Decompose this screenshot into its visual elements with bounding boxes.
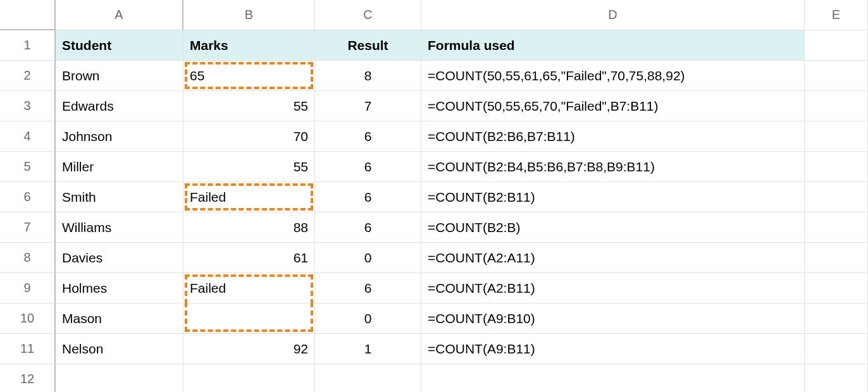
cell-A1[interactable]: Student [56,30,183,61]
cell-B7[interactable]: 88 [183,212,315,243]
cell-E5[interactable] [805,152,868,182]
cell-D7[interactable]: =COUNT(B2:B) [421,212,805,243]
cell-C5[interactable]: 6 [315,152,421,182]
cell-D5[interactable]: =COUNT(B2:B4,B5:B6,B7:B8,B9:B11) [421,152,805,182]
cell-A11[interactable]: Nelson [56,334,183,364]
row-header-3[interactable]: 3 [0,91,56,121]
cell-D9[interactable]: =COUNT(A2:B11) [421,273,805,303]
cell-C11[interactable]: 1 [315,334,421,364]
cell-A12[interactable] [56,364,183,392]
cell-B6[interactable]: Failed [183,182,315,212]
cell-E9[interactable] [805,273,868,303]
cell-E3[interactable] [805,91,868,121]
cell-C12[interactable] [315,364,421,392]
cell-A7[interactable]: Williams [56,212,183,243]
col-header-A[interactable]: A [56,0,183,30]
cell-B3[interactable]: 55 [183,91,315,121]
cell-A9[interactable]: Holmes [56,273,183,303]
cell-B9[interactable]: Failed [183,273,315,303]
cell-C4[interactable]: 6 [315,121,421,152]
cell-E1[interactable] [805,30,868,61]
cell-B11[interactable]: 92 [183,334,315,364]
cell-B12[interactable] [183,364,315,392]
cell-E2[interactable] [805,61,868,91]
cell-B8[interactable]: 61 [183,243,315,273]
col-header-C[interactable]: C [315,0,421,30]
cell-A3[interactable]: Edwards [56,91,183,121]
cell-E4[interactable] [805,121,868,152]
cell-A5[interactable]: Miller [56,152,183,182]
cell-B4[interactable]: 70 [183,121,315,152]
row-header-7[interactable]: 7 [0,212,56,243]
cell-D11[interactable]: =COUNT(A9:B11) [421,334,805,364]
cell-C2[interactable]: 8 [315,61,421,91]
col-header-E[interactable]: E [805,0,868,30]
cell-C1[interactable]: Result [315,30,421,61]
cell-B10[interactable] [183,303,315,334]
row-header-1[interactable]: 1 [0,30,56,61]
select-all-corner[interactable] [0,0,56,30]
cell-A10[interactable]: Mason [56,303,183,334]
cell-A4[interactable]: Johnson [56,121,183,152]
cell-A6[interactable]: Smith [56,182,183,212]
cell-E10[interactable] [805,303,868,334]
col-header-D[interactable]: D [421,0,805,30]
col-header-B[interactable]: B [183,0,315,30]
cell-D8[interactable]: =COUNT(A2:A11) [421,243,805,273]
cell-B5[interactable]: 55 [183,152,315,182]
row-header-4[interactable]: 4 [0,121,56,152]
cell-C3[interactable]: 7 [315,91,421,121]
cell-E7[interactable] [805,212,868,243]
row-header-11[interactable]: 11 [0,334,56,364]
cell-E8[interactable] [805,243,868,273]
cell-D10[interactable]: =COUNT(A9:B10) [421,303,805,334]
cell-D3[interactable]: =COUNT(50,55,65,70,"Failed",B7:B11) [421,91,805,121]
cell-C9[interactable]: 6 [315,273,421,303]
row-header-5[interactable]: 5 [0,152,56,182]
cell-C6[interactable]: 6 [315,182,421,212]
row-header-12[interactable]: 12 [0,364,56,392]
cell-A8[interactable]: Davies [56,243,183,273]
cell-A2[interactable]: Brown [56,61,183,91]
spreadsheet-grid[interactable]: A B C D E 1 Student Marks Result Formula… [0,0,868,392]
cell-D12[interactable] [421,364,805,392]
row-header-10[interactable]: 10 [0,303,56,334]
cell-C8[interactable]: 0 [315,243,421,273]
cell-D1[interactable]: Formula used [421,30,805,61]
cell-B2[interactable]: 65 [183,61,315,91]
row-header-6[interactable]: 6 [0,182,56,212]
cell-D6[interactable]: =COUNT(B2:B11) [421,182,805,212]
row-header-8[interactable]: 8 [0,243,56,273]
cell-B1[interactable]: Marks [183,30,315,61]
row-header-9[interactable]: 9 [0,273,56,303]
cell-E11[interactable] [805,334,868,364]
cell-D4[interactable]: =COUNT(B2:B6,B7:B11) [421,121,805,152]
cell-C10[interactable]: 0 [315,303,421,334]
row-header-2[interactable]: 2 [0,61,56,91]
cell-C7[interactable]: 6 [315,212,421,243]
cell-D2[interactable]: =COUNT(50,55,61,65,"Failed",70,75,88,92) [421,61,805,91]
cell-E6[interactable] [805,182,868,212]
cell-E12[interactable] [805,364,868,392]
